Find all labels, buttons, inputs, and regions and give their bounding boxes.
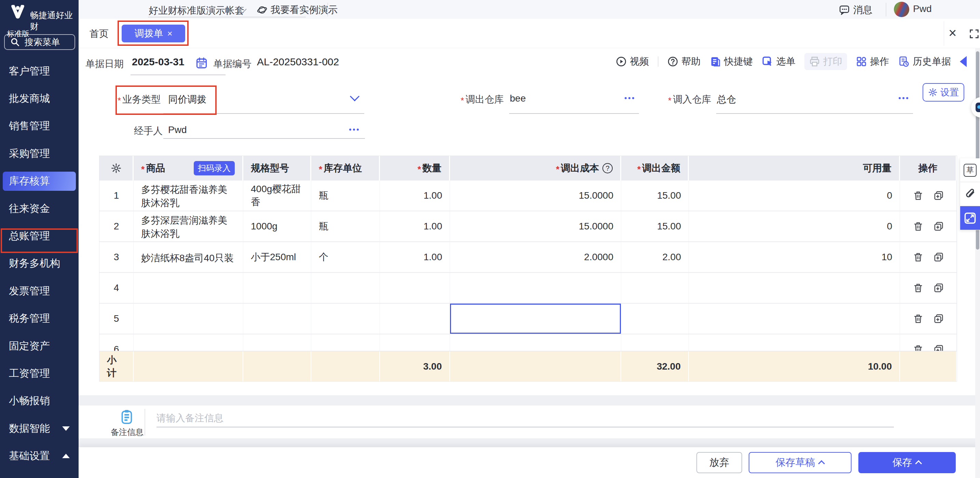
cell-amount[interactable] bbox=[621, 304, 689, 334]
in-warehouse-picker[interactable] bbox=[899, 97, 908, 99]
cell-qty[interactable]: 1.00 bbox=[380, 211, 450, 241]
cell-qty[interactable] bbox=[380, 304, 450, 334]
in-warehouse-value[interactable]: 总仓 bbox=[717, 93, 736, 106]
cell-spec[interactable]: 小于250ml bbox=[243, 242, 311, 272]
fullscreen-icon[interactable] bbox=[969, 29, 979, 39]
sidebar-item-basic-settings[interactable]: 基础设置 bbox=[0, 442, 79, 470]
cell-unit[interactable] bbox=[311, 304, 380, 334]
help-button[interactable]: 帮助 bbox=[667, 55, 700, 68]
sidebar-item-customer[interactable]: 客户管理 bbox=[0, 57, 79, 85]
delete-row-icon[interactable] bbox=[913, 344, 923, 351]
doc-date-value[interactable]: 2025-03-31 bbox=[132, 56, 184, 68]
tab-home[interactable]: 首页 bbox=[89, 27, 109, 40]
cell-spec[interactable]: 1000g bbox=[243, 211, 311, 241]
copy-row-icon[interactable] bbox=[934, 221, 944, 231]
cell-unit[interactable] bbox=[311, 273, 380, 303]
cell-product[interactable]: 多芬樱花甜香滋养美肤沐浴乳 bbox=[134, 180, 243, 210]
cell-unit[interactable]: 瓶 bbox=[311, 211, 380, 241]
save-draft-button[interactable]: 保存草稿 bbox=[749, 452, 851, 473]
cell-amount[interactable] bbox=[621, 335, 689, 351]
sidebar-item-invoice[interactable]: 发票管理 bbox=[0, 277, 79, 304]
cell-qty[interactable]: 1.00 bbox=[380, 242, 450, 272]
drafts-button[interactable]: 草 bbox=[960, 158, 980, 182]
cell-amount[interactable]: 2.00 bbox=[621, 242, 689, 272]
sidebar-item-funds[interactable]: 往来资金 bbox=[0, 195, 79, 222]
attachment-button[interactable] bbox=[960, 182, 980, 206]
column-settings-button[interactable] bbox=[99, 156, 134, 180]
cell-product[interactable]: 多芬深层营润滋养美肤沐浴乳 bbox=[134, 211, 243, 241]
messages-button[interactable]: 消息 bbox=[839, 3, 872, 16]
sidebar-item-data-intelligence[interactable]: 数据智能 bbox=[0, 415, 79, 442]
prev-doc-arrow[interactable] bbox=[960, 56, 967, 67]
copy-row-icon[interactable] bbox=[934, 283, 944, 293]
sidebar-item-tax[interactable]: 税务管理 bbox=[0, 305, 79, 332]
remark-input[interactable] bbox=[156, 409, 894, 427]
sidebar-item-wholesale[interactable]: 批发商城 bbox=[0, 85, 79, 112]
cell-qty[interactable] bbox=[380, 335, 450, 351]
print-button[interactable]: 打印 bbox=[804, 53, 847, 70]
cell-amount[interactable]: 15.00 bbox=[621, 180, 689, 210]
cell-cost[interactable] bbox=[450, 335, 621, 351]
sidebar-item-expense[interactable]: 小畅报销 bbox=[0, 387, 79, 415]
cell-unit[interactable]: 瓶 bbox=[311, 180, 380, 210]
cell-spec[interactable] bbox=[243, 335, 311, 351]
handler-value[interactable]: Pwd bbox=[168, 124, 186, 135]
history-button[interactable]: 历史单据 bbox=[898, 55, 951, 68]
cell-cost[interactable]: 2.0000 bbox=[450, 242, 621, 272]
copy-row-icon[interactable] bbox=[934, 252, 944, 262]
cell-cost-focused[interactable] bbox=[450, 304, 621, 334]
cell-spec[interactable] bbox=[243, 273, 311, 303]
cell-spec[interactable] bbox=[243, 304, 311, 334]
search-icon bbox=[10, 37, 20, 47]
save-button[interactable]: 保存 bbox=[858, 452, 956, 473]
handler-picker[interactable] bbox=[349, 129, 359, 131]
copy-row-icon[interactable] bbox=[934, 190, 944, 201]
cell-unit[interactable]: 个 bbox=[311, 242, 380, 272]
cell-cost[interactable]: 15.0000 bbox=[450, 180, 621, 210]
delete-row-icon[interactable] bbox=[913, 252, 923, 262]
menu-search-box[interactable]: 搜索菜单 bbox=[4, 34, 75, 50]
cell-qty[interactable] bbox=[380, 273, 450, 303]
cell-cost[interactable]: 15.0000 bbox=[450, 211, 621, 241]
user-avatar[interactable] bbox=[894, 2, 909, 17]
sidebar-item-purchase[interactable]: 采购管理 bbox=[0, 140, 79, 167]
delete-row-icon[interactable] bbox=[913, 190, 923, 201]
copy-row-icon[interactable] bbox=[934, 344, 944, 351]
video-button[interactable]: 视频 bbox=[616, 55, 649, 68]
out-warehouse-picker[interactable] bbox=[625, 97, 634, 99]
account-selector[interactable]: 好业财标准版演示帐套 bbox=[149, 4, 244, 17]
cell-product[interactable] bbox=[134, 273, 243, 303]
cost-help-icon[interactable] bbox=[603, 163, 612, 174]
sidebar-item-multi-org[interactable]: 财务多机构 bbox=[0, 250, 79, 277]
delete-row-icon[interactable] bbox=[913, 221, 923, 231]
user-menu[interactable]: Pwd bbox=[913, 3, 931, 14]
sidebar-item-fixed-assets[interactable]: 固定资产 bbox=[0, 332, 79, 360]
expand-button[interactable] bbox=[960, 206, 980, 230]
cell-product[interactable]: 妙洁纸杯8盎司40只装 bbox=[134, 242, 243, 272]
cell-spec[interactable]: 400g樱花甜香 bbox=[243, 180, 311, 210]
cell-amount[interactable]: 15.00 bbox=[621, 211, 689, 241]
window-close-icon[interactable]: × bbox=[948, 26, 956, 40]
hotkeys-button[interactable]: 快捷键 bbox=[710, 55, 753, 68]
sidebar-item-payroll[interactable]: 工资管理 bbox=[0, 360, 79, 387]
cell-qty[interactable]: 1.00 bbox=[380, 180, 450, 210]
settings-button[interactable]: 设置 bbox=[923, 83, 964, 102]
discard-button[interactable]: 放弃 bbox=[697, 452, 742, 473]
in-warehouse-label: 调入仓库 bbox=[668, 93, 711, 106]
copy-row-icon[interactable] bbox=[934, 314, 944, 324]
scan-entry-badge[interactable]: 扫码录入 bbox=[194, 161, 235, 175]
cell-unit[interactable] bbox=[311, 335, 380, 351]
calendar-icon[interactable] bbox=[196, 57, 208, 69]
cell-product[interactable] bbox=[134, 304, 243, 334]
actions-button[interactable]: 操作 bbox=[856, 55, 889, 68]
sidebar-item-inventory[interactable]: 库存核算 bbox=[0, 167, 79, 195]
cell-amount[interactable] bbox=[621, 273, 689, 303]
sidebar-item-sales[interactable]: 销售管理 bbox=[0, 113, 79, 140]
cell-cost[interactable] bbox=[450, 273, 621, 303]
out-warehouse-value[interactable]: bee bbox=[510, 93, 526, 104]
delete-row-icon[interactable] bbox=[913, 314, 923, 324]
cell-product[interactable] bbox=[134, 335, 243, 351]
pick-order-button[interactable]: 选单 bbox=[762, 55, 795, 68]
delete-row-icon[interactable] bbox=[913, 283, 923, 293]
demo-link[interactable]: 我要看实例演示 bbox=[257, 3, 337, 16]
